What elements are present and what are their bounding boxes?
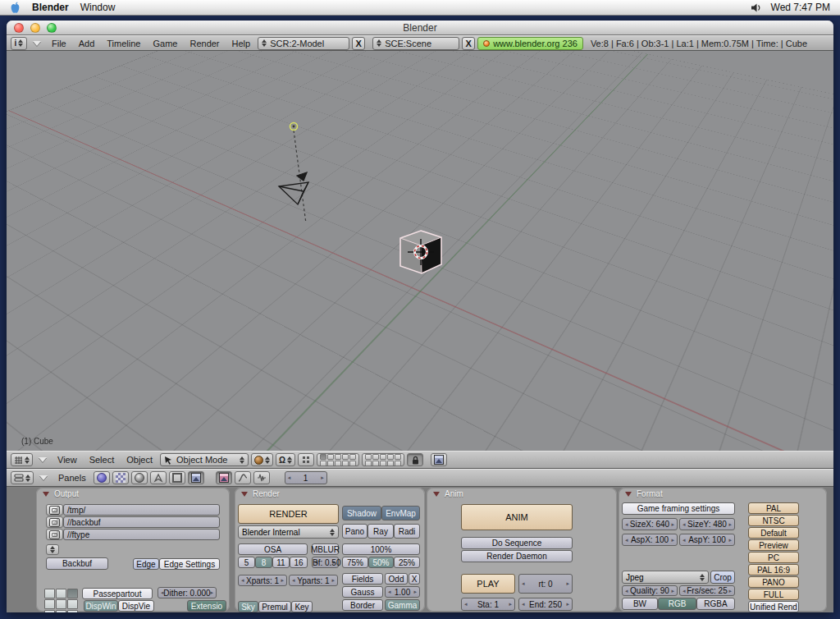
collapse-triangle-icon[interactable] bbox=[39, 475, 48, 480]
panel-collapse-icon[interactable] bbox=[43, 492, 49, 497]
ray-toggle[interactable]: Ray bbox=[368, 524, 394, 539]
snap-button[interactable] bbox=[298, 453, 314, 466]
xparts-field[interactable]: Xparts: 1 bbox=[238, 575, 287, 586]
framerate-field[interactable]: Frs/sec: 25 bbox=[679, 585, 735, 596]
camera-object[interactable] bbox=[279, 172, 308, 204]
anim-subcontext-button[interactable] bbox=[235, 471, 251, 484]
layer-13[interactable] bbox=[335, 461, 341, 466]
shadow-toggle[interactable]: Shadow bbox=[342, 506, 381, 520]
layer-buttons-group-1[interactable] bbox=[317, 453, 359, 466]
menu-object[interactable]: Object bbox=[121, 455, 158, 465]
size-x-field[interactable]: SizeX: 640 bbox=[622, 518, 678, 530]
preset-pal-button[interactable]: PAL bbox=[748, 502, 799, 514]
layer-14[interactable] bbox=[342, 461, 349, 466]
frame-number-field[interactable]: 1 bbox=[285, 471, 327, 484]
menubar-app-name[interactable]: Blender bbox=[32, 2, 69, 13]
render-daemon-button[interactable]: Render Daemon bbox=[461, 550, 573, 562]
render-window-position-grid[interactable] bbox=[44, 589, 78, 612]
viewport-3d[interactable]: (1) Cube bbox=[7, 51, 833, 451]
layer-15[interactable] bbox=[349, 461, 356, 466]
file-type-dropdown[interactable]: Jpeg bbox=[622, 571, 709, 584]
layer-7[interactable] bbox=[372, 454, 379, 460]
dispwin-toggle[interactable]: DispWin bbox=[84, 600, 118, 612]
script-context-button[interactable] bbox=[112, 471, 129, 484]
rt-field[interactable]: rt: 0 bbox=[518, 574, 573, 594]
layer-18[interactable] bbox=[380, 461, 386, 466]
fileselect-button-3[interactable] bbox=[46, 529, 63, 540]
edge-toggle[interactable]: Edge bbox=[133, 558, 159, 570]
panel-collapse-icon[interactable] bbox=[241, 492, 248, 497]
preset-default-button[interactable]: Default bbox=[748, 527, 799, 539]
menu-render[interactable]: Render bbox=[185, 39, 224, 48]
layer-12[interactable] bbox=[327, 461, 334, 466]
editor-type-button[interactable]: i bbox=[11, 37, 27, 50]
editing-context-button[interactable] bbox=[169, 471, 185, 484]
volume-icon[interactable] bbox=[751, 2, 763, 13]
screen-selector[interactable]: SCR:2-Model bbox=[258, 37, 349, 50]
collapse-triangle-icon[interactable] bbox=[39, 457, 47, 462]
size-75-button[interactable]: 75% bbox=[342, 557, 368, 568]
layer-1[interactable] bbox=[320, 454, 326, 460]
menu-select[interactable]: Select bbox=[84, 455, 120, 465]
logic-context-button[interactable] bbox=[94, 471, 110, 484]
menu-view[interactable]: View bbox=[52, 455, 82, 465]
menu-game[interactable]: Game bbox=[148, 39, 182, 48]
size-y-field[interactable]: SizeY: 480 bbox=[679, 518, 735, 530]
panel-collapse-icon[interactable] bbox=[625, 492, 632, 497]
layer-20[interactable] bbox=[395, 461, 401, 466]
preset-full-button[interactable]: FULL bbox=[748, 589, 799, 600]
scene-selector[interactable]: SCE:Scene bbox=[372, 37, 459, 50]
start-frame-field[interactable]: Sta: 1 bbox=[461, 598, 515, 611]
anim-button[interactable]: ANIM bbox=[461, 504, 573, 530]
sound-subcontext-button[interactable] bbox=[253, 471, 270, 484]
size-25-button[interactable]: 25% bbox=[394, 557, 420, 568]
output-panel[interactable]: Output /tmp/ //backbuf //ftype Backbuf E… bbox=[36, 488, 230, 612]
quality-field[interactable]: Quality: 90 bbox=[622, 585, 678, 596]
layer-9[interactable] bbox=[387, 454, 394, 460]
unified-renderer-toggle[interactable]: Unified Rend bbox=[748, 601, 799, 612]
menu-add[interactable]: Add bbox=[74, 39, 100, 48]
layer-2[interactable] bbox=[327, 454, 334, 460]
play-button[interactable]: PLAY bbox=[461, 574, 515, 594]
window-titlebar[interactable]: Blender bbox=[7, 21, 833, 35]
premul-toggle[interactable]: Premul bbox=[258, 601, 291, 612]
yparts-field[interactable]: Yparts: 1 bbox=[289, 575, 338, 586]
render-panel[interactable]: Render RENDER Blender Internal Shadow En… bbox=[235, 488, 425, 612]
render-preview-button[interactable] bbox=[431, 453, 447, 466]
layer-11[interactable] bbox=[320, 461, 326, 466]
fileselect-button-2[interactable] bbox=[46, 516, 63, 528]
bw-toggle[interactable]: BW bbox=[622, 598, 658, 610]
mblur-toggle[interactable]: MBLUR bbox=[312, 543, 339, 555]
layer-16[interactable] bbox=[365, 461, 372, 466]
lamp-object[interactable] bbox=[290, 123, 298, 131]
gauss-value-field[interactable]: 1.00 bbox=[385, 586, 420, 598]
passepartout-toggle[interactable]: Passepartout bbox=[82, 588, 153, 599]
size-50-button[interactable]: 50% bbox=[368, 557, 394, 568]
fields-x-toggle[interactable]: X bbox=[409, 573, 420, 585]
layer-8[interactable] bbox=[380, 454, 386, 460]
sky-toggle[interactable]: Sky bbox=[238, 601, 258, 612]
border-toggle[interactable]: Border bbox=[342, 599, 383, 611]
dither-field[interactable]: Dither: 0.000 bbox=[158, 587, 217, 598]
proportional-edit-button[interactable]: Ω bbox=[276, 453, 295, 466]
layer-6[interactable] bbox=[365, 454, 372, 460]
preset-pc-button[interactable]: PC bbox=[748, 552, 799, 563]
menubar-clock[interactable]: Wed 7:47 PM bbox=[771, 2, 830, 13]
object-context-button[interactable] bbox=[150, 471, 167, 484]
mode-selector[interactable]: Object Mode bbox=[160, 453, 249, 466]
blender-version-badge[interactable]: www.blender.org 236 bbox=[477, 37, 583, 50]
preset-pano-button[interactable]: PANO bbox=[748, 576, 799, 588]
preset-preview-button[interactable]: Preview bbox=[748, 539, 799, 551]
scene-context-button[interactable] bbox=[188, 471, 204, 484]
render-button[interactable]: RENDER bbox=[238, 504, 339, 524]
screen-close-button[interactable]: X bbox=[352, 37, 365, 50]
osa-toggle[interactable]: OSA bbox=[238, 543, 308, 555]
render-subcontext-button[interactable] bbox=[216, 471, 232, 484]
extensions-toggle[interactable]: Extensio bbox=[187, 600, 226, 612]
backbuf-path-field[interactable]: //backbuf bbox=[63, 516, 220, 528]
rgb-toggle[interactable]: RGB bbox=[658, 598, 696, 610]
gamma-toggle[interactable]: Gamma bbox=[385, 599, 420, 611]
envmap-toggle[interactable]: EnvMap bbox=[381, 506, 420, 520]
shading-context-button[interactable] bbox=[131, 471, 148, 484]
layer-5[interactable] bbox=[349, 454, 356, 460]
